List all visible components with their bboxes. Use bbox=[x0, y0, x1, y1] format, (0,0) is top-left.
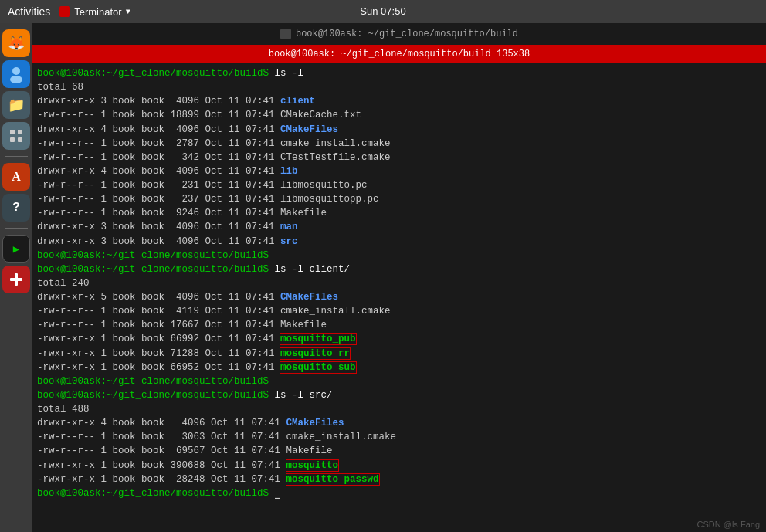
line-29: -rwxr-xr-x 1 book book 390688 Oct 11 07:… bbox=[37, 459, 761, 473]
line-9: -rw-r--r-- 1 book book 231 Oct 11 07:41 … bbox=[37, 178, 761, 192]
line-30: -rwxr-xr-x 1 book book 28248 Oct 11 07:4… bbox=[37, 473, 761, 486]
svg-point-1 bbox=[10, 76, 22, 83]
line-24: book@100ask:~/git_clone/mosquitto/build$… bbox=[37, 388, 761, 402]
line-12: drwxr-xr-x 3 book book 4096 Oct 11 07:41… bbox=[37, 220, 761, 234]
sidebar-icon-software[interactable] bbox=[2, 266, 30, 293]
sidebar-icon-apps[interactable] bbox=[2, 122, 30, 150]
svg-rect-2 bbox=[10, 130, 15, 134]
line-16: total 240 bbox=[37, 276, 761, 290]
sidebar-icon-files[interactable]: 📁 bbox=[2, 91, 30, 119]
line-31: book@100ask:~/git_clone/mosquitto/build$… bbox=[37, 486, 761, 500]
topbar-clock: Sun 07:50 bbox=[360, 5, 405, 18]
line-2: total 68 bbox=[37, 80, 761, 94]
line-4: -rw-r--r-- 1 book book 18899 Oct 11 07:4… bbox=[37, 108, 761, 122]
line-19: -rw-r--r-- 1 book book 17667 Oct 11 07:4… bbox=[37, 318, 761, 332]
svg-rect-7 bbox=[15, 273, 18, 286]
terminal-active-title: book@100ask: ~/git_clone/mosquitto/build… bbox=[32, 45, 766, 63]
line-22: -rwxr-xr-x 1 book book 66952 Oct 11 07:4… bbox=[37, 361, 761, 374]
line-14: book@100ask:~/git_clone/mosquitto/build$ bbox=[37, 249, 761, 263]
line-7: -rw-r--r-- 1 book book 342 Oct 11 07:41 … bbox=[37, 151, 761, 164]
tab-icon bbox=[280, 29, 291, 39]
line-10: -rw-r--r-- 1 book book 237 Oct 11 07:41 … bbox=[37, 192, 761, 206]
svg-rect-4 bbox=[10, 137, 15, 142]
sidebar-icon-terminal[interactable]: ▶ bbox=[2, 235, 30, 263]
line-28: -rw-r--r-- 1 book book 69567 Oct 11 07:4… bbox=[37, 444, 761, 458]
sidebar-icon-store[interactable]: A bbox=[2, 163, 30, 191]
terminal-content[interactable]: book@100ask:~/git_clone/mosquitto/build$… bbox=[32, 63, 766, 532]
line-23: book@100ask:~/git_clone/mosquitto/build$ bbox=[37, 374, 761, 388]
line-17: drwxr-xr-x 5 book book 4096 Oct 11 07:41… bbox=[37, 290, 761, 304]
line-20: -rwxr-xr-x 1 book book 66992 Oct 11 07:4… bbox=[37, 332, 761, 346]
activities-button[interactable]: Activities bbox=[8, 5, 50, 18]
svg-rect-3 bbox=[18, 130, 22, 134]
sidebar-icon-person[interactable] bbox=[2, 60, 30, 88]
line-11: -rw-r--r-- 1 book book 9246 Oct 11 07:41… bbox=[37, 206, 761, 220]
terminator-chevron: ▼ bbox=[126, 8, 130, 16]
active-title-text: book@100ask: ~/git_clone/mosquitto/build… bbox=[269, 49, 530, 59]
sidebar-icon-firefox[interactable]: 🦊 bbox=[2, 29, 30, 57]
line-3: drwxr-xr-x 3 book book 4096 Oct 11 07:41… bbox=[37, 94, 761, 108]
topbar: Activities Terminator ▼ Sun 07:50 bbox=[0, 0, 766, 23]
line-13: drwxr-xr-x 3 book book 4096 Oct 11 07:41… bbox=[37, 235, 761, 249]
line-21: -rwxr-xr-x 1 book book 71288 Oct 11 07:4… bbox=[37, 347, 761, 361]
terminal-title-bar: book@100ask: ~/git_clone/mosquitto/build bbox=[32, 23, 766, 45]
line-8: drwxr-xr-x 4 book book 4096 Oct 11 07:41… bbox=[37, 164, 761, 178]
line-5: drwxr-xr-x 4 book book 4096 Oct 11 07:41… bbox=[37, 123, 761, 137]
line-27: -rw-r--r-- 1 book book 3063 Oct 11 07:41… bbox=[37, 430, 761, 444]
sidebar: 🦊 📁 A ? ▶ bbox=[0, 23, 32, 532]
sidebar-divider-2 bbox=[5, 228, 28, 229]
terminal-title: book@100ask: ~/git_clone/mosquitto/build bbox=[296, 29, 518, 39]
line-25: total 488 bbox=[37, 402, 761, 416]
terminator-icon bbox=[59, 6, 70, 17]
terminal-tab[interactable]: book@100ask: ~/git_clone/mosquitto/build bbox=[274, 27, 524, 41]
terminator-label: Terminator bbox=[74, 6, 121, 18]
watermark: CSDN @ls Fang bbox=[697, 520, 760, 529]
terminator-menu[interactable]: Terminator ▼ bbox=[59, 6, 130, 18]
sidebar-icon-help[interactable]: ? bbox=[2, 194, 30, 222]
svg-rect-5 bbox=[18, 137, 22, 142]
line-1: book@100ask:~/git_clone/mosquitto/build$… bbox=[37, 66, 761, 80]
svg-point-0 bbox=[12, 67, 20, 75]
terminal-window: book@100ask: ~/git_clone/mosquitto/build… bbox=[32, 23, 766, 532]
line-15: book@100ask:~/git_clone/mosquitto/build$… bbox=[37, 263, 761, 276]
line-6: -rw-r--r-- 1 book book 2787 Oct 11 07:41… bbox=[37, 137, 761, 151]
sidebar-divider bbox=[5, 156, 28, 157]
line-26: drwxr-xr-x 4 book book 4096 Oct 11 07:41… bbox=[37, 416, 761, 430]
line-18: -rw-r--r-- 1 book book 4119 Oct 11 07:41… bbox=[37, 304, 761, 318]
